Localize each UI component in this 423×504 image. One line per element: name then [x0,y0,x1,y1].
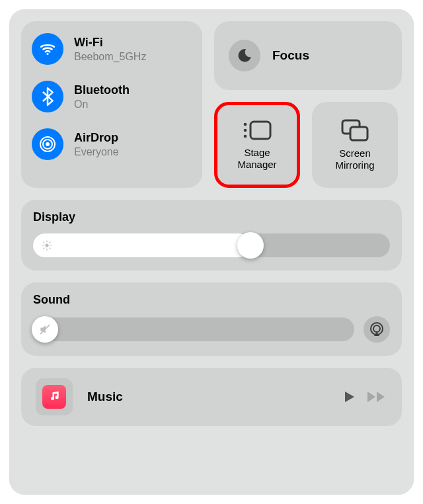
sound-label: Sound [33,293,390,307]
bluetooth-icon [32,81,63,112]
sound-slider-thumb[interactable] [32,316,58,343]
control-center-panel: Wi-Fi Beebom_5GHz Bluetooth On [9,9,414,495]
sound-output-button[interactable] [364,316,390,343]
focus-label: Focus [272,48,309,63]
wifi-icon [32,33,63,65]
wifi-label: Wi-Fi [74,36,146,50]
top-right-column: Focus StageManager [214,21,402,188]
focus-toggle[interactable]: Focus [214,21,402,90]
screen-mirroring-label: ScreenMirroring [335,147,374,171]
wifi-toggle[interactable]: Wi-Fi Beebom_5GHz [32,33,192,65]
svg-line-17 [44,248,44,249]
airdrop-icon [32,128,63,160]
tiles-row: StageManager ScreenMirroring [214,102,402,188]
bluetooth-text: Bluetooth On [74,83,130,110]
svg-point-21 [373,325,380,332]
airdrop-text: AirDrop Everyone [74,131,119,158]
now-playing-title: Music [87,390,341,404]
svg-point-0 [46,53,48,55]
svg-point-3 [46,142,50,146]
wifi-text: Wi-Fi Beebom_5GHz [74,36,146,63]
sound-slider[interactable] [33,317,354,341]
airdrop-toggle[interactable]: AirDrop Everyone [32,128,192,160]
bluetooth-label: Bluetooth [74,83,130,97]
svg-line-16 [50,248,50,249]
display-slider-thumb[interactable] [237,232,264,259]
bluetooth-toggle[interactable]: Bluetooth On [32,81,192,112]
svg-rect-7 [250,122,270,139]
svg-point-5 [244,129,247,132]
brightness-low-icon [41,233,53,257]
svg-rect-9 [350,127,367,140]
stage-manager-label: StageManager [237,147,276,171]
music-app-icon [36,378,73,415]
volume-muted-icon [38,323,52,336]
airdrop-label: AirDrop [74,131,119,145]
wifi-status: Beebom_5GHz [74,51,146,63]
svg-point-10 [45,243,48,247]
svg-line-18 [50,242,50,243]
bluetooth-status: On [74,99,130,110]
svg-point-6 [244,135,247,138]
display-slider[interactable] [33,233,390,257]
svg-line-15 [44,242,44,243]
sound-card: Sound [21,282,402,356]
display-label: Display [33,210,390,224]
screen-mirroring-button[interactable]: ScreenMirroring [312,102,398,188]
top-row: Wi-Fi Beebom_5GHz Bluetooth On [21,21,402,188]
moon-icon [229,40,260,71]
airplay-audio-icon [369,321,385,337]
stage-manager-button[interactable]: StageManager [214,102,300,188]
next-track-button[interactable] [366,389,387,405]
stage-manager-icon [241,119,273,142]
now-playing-card[interactable]: Music [21,368,402,426]
media-controls [341,389,387,405]
connectivity-group: Wi-Fi Beebom_5GHz Bluetooth On [21,21,202,188]
play-button[interactable] [341,389,357,405]
svg-point-4 [244,123,247,126]
airdrop-status: Everyone [74,146,119,158]
screen-mirroring-icon [340,118,369,142]
display-card: Display [21,200,402,271]
